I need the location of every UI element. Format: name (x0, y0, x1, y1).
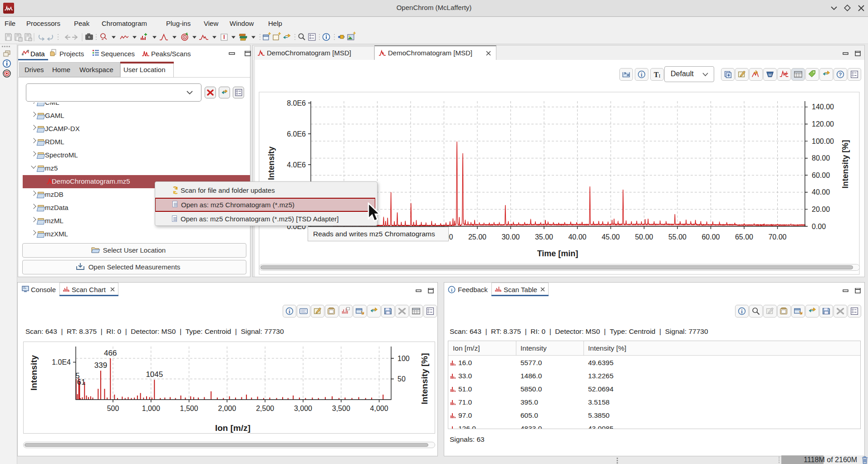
svg-text:466: 466 (104, 349, 117, 357)
svg-text:1,500: 1,500 (180, 405, 198, 412)
svg-text:50.00: 50.00 (635, 233, 653, 241)
svg-text:3,000: 3,000 (294, 405, 312, 412)
svg-text:i: i (451, 287, 452, 293)
svg-text:Intensity: Intensity (267, 147, 276, 180)
svg-text:20.00: 20.00 (812, 205, 830, 213)
svg-text:8.0E6: 8.0E6 (287, 99, 306, 107)
svg-text:6.0E6: 6.0E6 (287, 130, 306, 138)
svg-text:I: I (659, 73, 661, 78)
svg-text:100.00: 100.00 (812, 137, 834, 145)
svg-text:3,500: 3,500 (332, 405, 350, 412)
svg-text:i: i (741, 308, 743, 315)
svg-text:I: I (223, 34, 225, 40)
svg-text:500: 500 (107, 405, 119, 412)
svg-text:55.00: 55.00 (668, 233, 687, 241)
svg-text:Time [min]: Time [min] (537, 249, 579, 258)
svg-text:Intensity [%]: Intensity [%] (841, 140, 850, 188)
svg-text:T: T (654, 71, 659, 78)
svg-text:40.00: 40.00 (568, 233, 586, 241)
svg-text:i: i (289, 308, 290, 315)
svg-text:2,500: 2,500 (256, 405, 274, 412)
svg-text:0.00: 0.00 (812, 223, 826, 230)
svg-text:25.00: 25.00 (468, 233, 486, 241)
svg-text:30.00: 30.00 (501, 233, 520, 241)
svg-text:61: 61 (77, 378, 86, 386)
svg-text:50: 50 (397, 375, 406, 383)
svg-text:65.00: 65.00 (735, 233, 753, 241)
svg-text:Intensity: Intensity (29, 355, 39, 391)
svg-text:80.00: 80.00 (812, 154, 830, 162)
svg-text:i: i (641, 72, 642, 78)
svg-text:?: ? (839, 72, 842, 77)
svg-text:60.00: 60.00 (701, 233, 720, 241)
svg-text:40.00: 40.00 (812, 188, 830, 196)
svg-text:35.00: 35.00 (535, 233, 553, 241)
svg-text:60.00: 60.00 (812, 171, 830, 179)
svg-text:1.0E4: 1.0E4 (52, 358, 71, 366)
svg-text:4,000: 4,000 (370, 405, 388, 412)
svg-text:2,000: 2,000 (218, 405, 236, 412)
svg-text:M: M (769, 73, 772, 77)
svg-text:120.00: 120.00 (812, 120, 834, 128)
svg-text:1045: 1045 (146, 370, 163, 379)
svg-text:1,000: 1,000 (142, 405, 160, 412)
svg-text:Intensity [%]: Intensity [%] (420, 353, 429, 405)
svg-text:Ion [m/z]: Ion [m/z] (215, 423, 250, 433)
svg-text:4.0E6: 4.0E6 (287, 161, 306, 169)
svg-text:140.00: 140.00 (812, 103, 834, 111)
svg-text:100: 100 (397, 355, 410, 362)
svg-text:45.00: 45.00 (602, 233, 620, 241)
svg-text:339: 339 (94, 361, 107, 370)
svg-text:70.00: 70.00 (768, 233, 786, 241)
